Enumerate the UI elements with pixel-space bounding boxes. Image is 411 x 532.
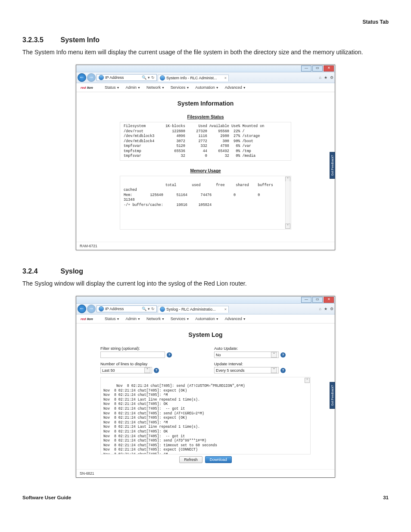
window-close-button[interactable]: ✕ [324, 65, 334, 72]
help-icon[interactable]: ? [154, 368, 159, 373]
menu-status[interactable]: Status▼ [105, 85, 119, 90]
menu-automation[interactable]: Automation▼ [195, 317, 218, 321]
autoupdate-label: Auto Update: [214, 346, 311, 351]
scroll-up-button[interactable]: ˄ [305, 378, 310, 383]
menu-automation[interactable]: Automation▼ [195, 85, 218, 90]
interval-label: Update Interval: [214, 361, 311, 366]
forward-button[interactable]: → [87, 305, 96, 313]
menu-services[interactable]: Services▼ [171, 85, 189, 90]
page-content: System Log Filter string (optional): ? A… [76, 324, 335, 469]
menu-network[interactable]: Network▼ [146, 317, 165, 321]
section-heading-system-info: 3.2.3.5 System Info [22, 36, 389, 44]
section-heading-syslog: 3.2.4 Syslog [22, 268, 389, 275]
tools-icon[interactable]: ⚙ [330, 75, 333, 80]
section-title: System Info [60, 36, 100, 44]
feedback-tab[interactable]: Got Feedback? [330, 152, 335, 179]
brand-logo: red lion [81, 317, 99, 321]
tools-icon[interactable]: ⚙ [330, 307, 333, 311]
ie-icon [99, 306, 104, 311]
screenshot-system-info: — ▭ ✕ ← → IP Address 🔍 ▾ ↻ System Info -… [76, 65, 335, 250]
filter-input[interactable] [100, 352, 165, 358]
tab-close-icon[interactable]: × [224, 307, 227, 311]
refresh-icon[interactable]: ↻ [151, 307, 155, 311]
section-number: 3.2.4 [22, 268, 59, 275]
chevron-down-icon: ˅ [144, 367, 150, 373]
download-button[interactable]: Download [205, 456, 232, 463]
favicon-icon [160, 307, 165, 312]
lines-select[interactable]: Last 50 ˅ [100, 367, 152, 373]
device-model: RAM-6721 [76, 242, 335, 250]
syslog-output: Nov 8 02:21:24 chat[7405]: send (AT!CUST… [100, 377, 311, 454]
menu-status[interactable]: Status▼ [105, 317, 119, 321]
footer-left: Software User Guide [22, 495, 71, 500]
screenshot-syslog: — ▭ ✕ ← → IP Address 🔍 ▾ ↻ Syslog - RLC … [76, 296, 335, 478]
autoupdate-value: No [216, 353, 221, 357]
scroll-track[interactable] [285, 181, 290, 224]
menu-admin[interactable]: Admin▼ [125, 317, 140, 321]
memory-usage-text: total used free shared buffers cached Me… [124, 183, 284, 207]
window-titlebar: — ▭ ✕ [76, 296, 335, 303]
menu-advanced[interactable]: Advanced▼ [225, 317, 246, 321]
refresh-icon[interactable]: ↻ [151, 75, 155, 80]
tab-title: Syslog - RLC Administratio... [166, 307, 216, 311]
tab-title: System Info - RLC Administ... [166, 76, 217, 80]
window-minimize-button[interactable]: — [301, 65, 311, 72]
url-text: IP Address [105, 307, 124, 311]
window-minimize-button[interactable]: — [301, 297, 311, 303]
autoupdate-select[interactable]: No ˅ [214, 352, 279, 358]
app-menubar: red lion Status▼ Admin▼ Network▼ Service… [76, 83, 335, 92]
action-buttons: Refresh Download [83, 456, 328, 463]
home-icon[interactable]: ⌂ [319, 75, 321, 80]
favorites-icon[interactable]: ★ [324, 75, 327, 80]
tab-close-icon[interactable]: × [224, 76, 227, 80]
interval-select[interactable]: Every 5 seconds ˅ [214, 367, 279, 373]
url-field[interactable]: IP Address 🔍 ▾ ↻ [97, 74, 157, 81]
chevron-down-icon: ˅ [271, 367, 277, 373]
feedback-tab[interactable]: Got Feedback? [330, 382, 335, 409]
lines-label: Number of lines to display [100, 361, 197, 366]
url-field[interactable]: IP Address 🔍 ▾ ↻ [97, 305, 157, 312]
running-header: Status Tab [22, 19, 389, 25]
svg-text:red lion: red lion [81, 86, 93, 90]
browser-toolbar-icons: ⌂ ★ ⚙ [319, 307, 333, 311]
page-number: 31 [383, 495, 389, 500]
browser-tab[interactable]: System Info - RLC Administ... × [158, 75, 229, 81]
favorites-icon[interactable]: ★ [324, 307, 327, 311]
menu-admin[interactable]: Admin▼ [125, 85, 140, 90]
browser-toolbar-icons: ⌂ ★ ⚙ [319, 75, 333, 80]
back-button[interactable]: ← [78, 305, 86, 313]
scroll-down-button[interactable]: ˅ [285, 224, 290, 229]
favicon-icon [160, 75, 165, 81]
help-icon[interactable]: ? [280, 368, 286, 373]
memory-usage-title: Memory Usage [83, 168, 328, 173]
page-content: System Information Filesystem Status Fil… [76, 92, 335, 242]
panel-title: System Information [83, 100, 328, 107]
section-title: Syslog [60, 268, 83, 275]
search-icon: 🔍 ▾ [142, 75, 150, 80]
window-titlebar: — ▭ ✕ [76, 65, 335, 72]
syslog-text: Nov 8 02:21:24 chat[7405]: send (AT!CUST… [103, 384, 245, 454]
page-footer: Software User Guide 31 [22, 495, 389, 500]
panel-title: System Log [83, 331, 328, 338]
filesystem-status-title: Filesystem Status [83, 115, 328, 119]
window-maximize-button[interactable]: ▭ [312, 297, 323, 303]
section-number: 3.2.3.5 [22, 36, 59, 44]
help-icon[interactable]: ? [167, 352, 172, 358]
menu-advanced[interactable]: Advanced▼ [225, 85, 246, 90]
browser-address-bar: ← → IP Address 🔍 ▾ ↻ Syslog - RLC Admini… [76, 303, 335, 314]
menu-network[interactable]: Network▼ [146, 85, 165, 90]
home-icon[interactable]: ⌂ [319, 307, 321, 311]
browser-tab[interactable]: Syslog - RLC Administratio... × [158, 306, 229, 313]
back-button[interactable]: ← [78, 73, 86, 82]
interval-value: Every 5 seconds [216, 368, 245, 373]
refresh-button[interactable]: Refresh [179, 456, 202, 463]
help-icon[interactable]: ? [280, 352, 286, 358]
memory-usage-output: total used free shared buffers cached Me… [120, 176, 291, 230]
window-maximize-button[interactable]: ▭ [312, 65, 323, 72]
menu-services[interactable]: Services▼ [171, 317, 189, 321]
browser-address-bar: ← → IP Address 🔍 ▾ ↻ System Info - RLC A… [76, 72, 335, 83]
svg-text:red lion: red lion [81, 317, 93, 321]
forward-button[interactable]: → [87, 73, 96, 82]
section-text: The System Info menu item will display t… [22, 48, 389, 56]
window-close-button[interactable]: ✕ [324, 297, 334, 303]
